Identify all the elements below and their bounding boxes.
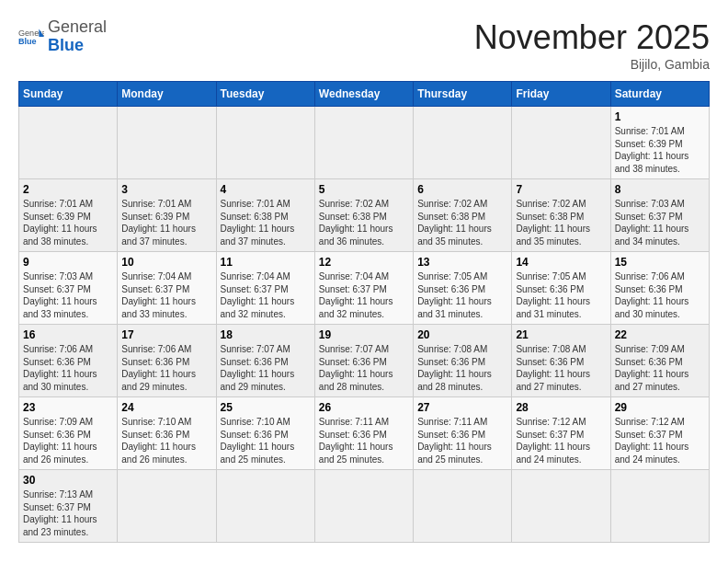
day-number: 5 bbox=[319, 183, 409, 196]
day-number: 16 bbox=[23, 328, 113, 341]
day-number: 15 bbox=[615, 256, 705, 269]
day-number: 13 bbox=[417, 256, 507, 269]
calendar-cell: 5Sunrise: 7:02 AM Sunset: 6:38 PM Daylig… bbox=[314, 179, 413, 252]
week-row-0: 1Sunrise: 7:01 AM Sunset: 6:39 PM Daylig… bbox=[19, 107, 710, 179]
day-number: 30 bbox=[23, 474, 113, 487]
day-number: 27 bbox=[417, 401, 507, 414]
day-info: Sunrise: 7:09 AM Sunset: 6:36 PM Dayligh… bbox=[23, 416, 113, 465]
calendar-cell bbox=[512, 107, 610, 179]
weekday-header-row: SundayMondayTuesdayWednesdayThursdayFrid… bbox=[19, 82, 710, 107]
calendar-cell: 8Sunrise: 7:03 AM Sunset: 6:37 PM Daylig… bbox=[610, 179, 709, 252]
calendar-cell: 24Sunrise: 7:10 AM Sunset: 6:36 PM Dayli… bbox=[118, 397, 216, 470]
day-number: 22 bbox=[615, 328, 705, 341]
logo-icon: General Blue bbox=[18, 24, 44, 50]
day-info: Sunrise: 7:07 AM Sunset: 6:36 PM Dayligh… bbox=[221, 343, 311, 393]
week-row-5: 30Sunrise: 7:13 AM Sunset: 6:37 PM Dayli… bbox=[19, 470, 710, 543]
calendar-cell bbox=[216, 470, 314, 543]
day-info: Sunrise: 7:06 AM Sunset: 6:36 PM Dayligh… bbox=[615, 270, 705, 320]
day-number: 19 bbox=[319, 328, 409, 341]
day-info: Sunrise: 7:03 AM Sunset: 6:37 PM Dayligh… bbox=[615, 198, 705, 247]
calendar-cell: 28Sunrise: 7:12 AM Sunset: 6:37 PM Dayli… bbox=[512, 397, 610, 470]
calendar-cell: 29Sunrise: 7:12 AM Sunset: 6:37 PM Dayli… bbox=[610, 397, 709, 470]
day-info: Sunrise: 7:07 AM Sunset: 6:36 PM Dayligh… bbox=[319, 343, 409, 393]
week-row-2: 9Sunrise: 7:03 AM Sunset: 6:37 PM Daylig… bbox=[19, 252, 710, 325]
calendar-cell: 21Sunrise: 7:08 AM Sunset: 6:36 PM Dayli… bbox=[512, 325, 610, 397]
day-info: Sunrise: 7:05 AM Sunset: 6:36 PM Dayligh… bbox=[516, 270, 606, 320]
location: Bijilo, Gambia bbox=[474, 57, 710, 72]
weekday-header-tuesday: Tuesday bbox=[216, 82, 314, 107]
day-number: 4 bbox=[221, 183, 311, 196]
calendar-cell: 9Sunrise: 7:03 AM Sunset: 6:37 PM Daylig… bbox=[19, 252, 118, 325]
day-info: Sunrise: 7:10 AM Sunset: 6:36 PM Dayligh… bbox=[121, 416, 211, 465]
day-info: Sunrise: 7:06 AM Sunset: 6:36 PM Dayligh… bbox=[23, 343, 113, 393]
day-info: Sunrise: 7:08 AM Sunset: 6:36 PM Dayligh… bbox=[417, 343, 507, 393]
calendar-cell: 13Sunrise: 7:05 AM Sunset: 6:36 PM Dayli… bbox=[414, 252, 512, 325]
day-info: Sunrise: 7:12 AM Sunset: 6:37 PM Dayligh… bbox=[615, 416, 705, 465]
calendar-cell bbox=[216, 107, 314, 179]
calendar-cell: 20Sunrise: 7:08 AM Sunset: 6:36 PM Dayli… bbox=[414, 325, 512, 397]
weekday-header-sunday: Sunday bbox=[19, 82, 118, 107]
day-number: 17 bbox=[121, 328, 211, 341]
calendar-cell: 23Sunrise: 7:09 AM Sunset: 6:36 PM Dayli… bbox=[19, 397, 118, 470]
calendar-cell bbox=[414, 470, 512, 543]
day-info: Sunrise: 7:02 AM Sunset: 6:38 PM Dayligh… bbox=[417, 198, 507, 247]
day-info: Sunrise: 7:09 AM Sunset: 6:36 PM Dayligh… bbox=[615, 343, 705, 393]
weekday-header-wednesday: Wednesday bbox=[314, 82, 413, 107]
day-number: 1 bbox=[615, 110, 705, 123]
calendar-cell: 1Sunrise: 7:01 AM Sunset: 6:39 PM Daylig… bbox=[610, 107, 709, 179]
day-number: 2 bbox=[23, 183, 113, 196]
calendar-cell: 14Sunrise: 7:05 AM Sunset: 6:36 PM Dayli… bbox=[512, 252, 610, 325]
day-number: 9 bbox=[23, 256, 113, 269]
weekday-header-friday: Friday bbox=[512, 82, 610, 107]
logo: General Blue General Blue bbox=[18, 18, 107, 55]
svg-text:Blue: Blue bbox=[18, 37, 37, 46]
day-number: 18 bbox=[221, 328, 311, 341]
day-info: Sunrise: 7:04 AM Sunset: 6:37 PM Dayligh… bbox=[221, 270, 311, 320]
day-info: Sunrise: 7:10 AM Sunset: 6:36 PM Dayligh… bbox=[221, 416, 311, 465]
weekday-header-thursday: Thursday bbox=[414, 82, 512, 107]
day-number: 12 bbox=[319, 256, 409, 269]
calendar-cell bbox=[314, 107, 413, 179]
calendar-cell: 12Sunrise: 7:04 AM Sunset: 6:37 PM Dayli… bbox=[314, 252, 413, 325]
day-number: 14 bbox=[516, 256, 606, 269]
day-number: 7 bbox=[516, 183, 606, 196]
day-info: Sunrise: 7:13 AM Sunset: 6:37 PM Dayligh… bbox=[23, 488, 113, 538]
day-number: 26 bbox=[319, 401, 409, 414]
calendar-cell bbox=[512, 470, 610, 543]
day-info: Sunrise: 7:06 AM Sunset: 6:36 PM Dayligh… bbox=[121, 343, 211, 393]
week-row-3: 16Sunrise: 7:06 AM Sunset: 6:36 PM Dayli… bbox=[19, 325, 710, 397]
calendar-cell: 10Sunrise: 7:04 AM Sunset: 6:37 PM Dayli… bbox=[118, 252, 216, 325]
day-number: 21 bbox=[516, 328, 606, 341]
calendar-cell: 16Sunrise: 7:06 AM Sunset: 6:36 PM Dayli… bbox=[19, 325, 118, 397]
day-info: Sunrise: 7:01 AM Sunset: 6:39 PM Dayligh… bbox=[23, 198, 113, 247]
calendar-cell: 19Sunrise: 7:07 AM Sunset: 6:36 PM Dayli… bbox=[314, 325, 413, 397]
calendar-cell: 6Sunrise: 7:02 AM Sunset: 6:38 PM Daylig… bbox=[414, 179, 512, 252]
calendar-cell: 30Sunrise: 7:13 AM Sunset: 6:37 PM Dayli… bbox=[19, 470, 118, 543]
calendar-cell: 18Sunrise: 7:07 AM Sunset: 6:36 PM Dayli… bbox=[216, 325, 314, 397]
day-number: 20 bbox=[417, 328, 507, 341]
week-row-1: 2Sunrise: 7:01 AM Sunset: 6:39 PM Daylig… bbox=[19, 179, 710, 252]
day-number: 28 bbox=[516, 401, 606, 414]
calendar-cell: 4Sunrise: 7:01 AM Sunset: 6:38 PM Daylig… bbox=[216, 179, 314, 252]
day-number: 8 bbox=[615, 183, 705, 196]
weekday-header-monday: Monday bbox=[118, 82, 216, 107]
calendar-cell bbox=[610, 470, 709, 543]
calendar-cell: 7Sunrise: 7:02 AM Sunset: 6:38 PM Daylig… bbox=[512, 179, 610, 252]
day-info: Sunrise: 7:02 AM Sunset: 6:38 PM Dayligh… bbox=[319, 198, 409, 247]
day-info: Sunrise: 7:11 AM Sunset: 6:36 PM Dayligh… bbox=[319, 416, 409, 465]
calendar-cell: 27Sunrise: 7:11 AM Sunset: 6:36 PM Dayli… bbox=[414, 397, 512, 470]
calendar-cell: 25Sunrise: 7:10 AM Sunset: 6:36 PM Dayli… bbox=[216, 397, 314, 470]
week-row-4: 23Sunrise: 7:09 AM Sunset: 6:36 PM Dayli… bbox=[19, 397, 710, 470]
day-number: 24 bbox=[121, 401, 211, 414]
calendar: SundayMondayTuesdayWednesdayThursdayFrid… bbox=[18, 81, 710, 543]
title-area: November 2025 Bijilo, Gambia bbox=[474, 18, 710, 72]
calendar-cell: 17Sunrise: 7:06 AM Sunset: 6:36 PM Dayli… bbox=[118, 325, 216, 397]
day-info: Sunrise: 7:01 AM Sunset: 6:38 PM Dayligh… bbox=[221, 198, 311, 247]
weekday-header-saturday: Saturday bbox=[610, 82, 709, 107]
day-info: Sunrise: 7:02 AM Sunset: 6:38 PM Dayligh… bbox=[516, 198, 606, 247]
calendar-cell bbox=[118, 470, 216, 543]
day-number: 10 bbox=[121, 256, 211, 269]
calendar-cell: 2Sunrise: 7:01 AM Sunset: 6:39 PM Daylig… bbox=[19, 179, 118, 252]
header: General Blue General Blue November 2025 … bbox=[18, 18, 710, 72]
day-info: Sunrise: 7:04 AM Sunset: 6:37 PM Dayligh… bbox=[319, 270, 409, 320]
